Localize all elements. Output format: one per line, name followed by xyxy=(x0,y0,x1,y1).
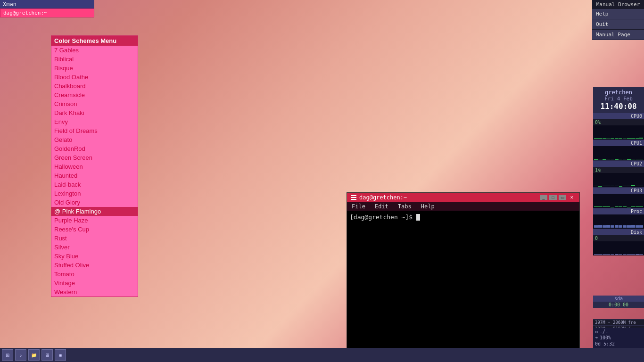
color-menu-item[interactable]: Envy xyxy=(51,117,138,126)
xman-input[interactable]: dag@gretchen:~ xyxy=(0,8,94,17)
terminal-minimize-button[interactable]: _ xyxy=(540,195,547,200)
color-menu-item[interactable]: Sky Blue xyxy=(51,252,138,261)
terminal-controls: _ □ ▭ ✕ xyxy=(540,195,576,200)
terminal-title-text: dag@gretchen:~ xyxy=(351,194,407,201)
terminal-cursor xyxy=(416,214,420,221)
netstat-value1: -/- xyxy=(600,329,608,334)
manual-browser-button[interactable]: Help xyxy=(592,9,644,19)
terminal-menu-file[interactable]: File xyxy=(347,202,370,211)
manual-browser-button[interactable]: Quit xyxy=(592,19,644,30)
color-menu-item[interactable]: Bisque xyxy=(51,64,138,73)
cpu2-graph xyxy=(593,173,644,187)
color-menu-item[interactable]: Western xyxy=(51,288,138,296)
terminal-menu-edit[interactable]: Edit xyxy=(370,202,393,211)
terminal-menubar: File Edit Tabs Help xyxy=(347,202,579,211)
color-menu-item[interactable]: Vintage xyxy=(51,279,138,288)
color-menu-item[interactable]: Green Screen xyxy=(51,153,138,162)
terminal-body[interactable]: [dag@gretchen ~]$ xyxy=(347,211,579,356)
terminal-menu-help[interactable]: Help xyxy=(416,202,439,211)
cpu3-label: CPU3 xyxy=(593,187,644,194)
color-menu-item[interactable]: Chalkboard xyxy=(51,82,138,90)
color-menu-header: Color Schemes Menu xyxy=(51,36,138,46)
color-menu-item[interactable]: Creamsicle xyxy=(51,90,138,99)
color-menu-item[interactable]: Stuffed Olive xyxy=(51,261,138,270)
cpu1-graph xyxy=(593,146,644,160)
color-menu-item[interactable]: Purple Haze xyxy=(51,216,138,225)
color-menu-item[interactable]: Dark Khaki xyxy=(51,108,138,117)
color-menu-item[interactable]: Lexington xyxy=(51,189,138,198)
color-menu-item[interactable]: Biblical xyxy=(51,55,138,64)
color-menu-item[interactable]: Crimson xyxy=(51,99,138,108)
arrow-icon: ➜ xyxy=(595,335,598,340)
clock-widget: gretchen Fri 4 Feb 11:40:08 xyxy=(593,87,644,113)
cpu0-label: CPU0 xyxy=(593,113,644,119)
color-menu-item[interactable]: Laid-back xyxy=(51,180,138,189)
clock-day-label: Fri xyxy=(604,96,614,102)
proc-label: Proc xyxy=(593,208,644,214)
cpu0-bar xyxy=(594,138,598,139)
terminal-title: dag@gretchen:~ xyxy=(359,194,407,201)
color-menu-item[interactable]: Silver xyxy=(51,243,138,252)
cpu2-label: CPU2 xyxy=(593,160,644,167)
network-status: ✉ -/- ➜ 100% 0d 5:32 xyxy=(593,328,644,348)
taskbar-app-button-3[interactable]: 📁 xyxy=(28,349,40,361)
taskbar-app-button-5[interactable]: ■ xyxy=(55,349,66,361)
cpu1-label: CPU1 xyxy=(593,140,644,146)
disk-value: 0 xyxy=(593,235,644,241)
terminal-close-button[interactable]: ✕ xyxy=(568,195,576,200)
terminal-prompt: [dag@gretchen ~]$ xyxy=(350,214,416,221)
clock-username: gretchen xyxy=(594,89,643,96)
clock-date: Fri 4 Feb xyxy=(594,96,643,102)
clock-day-num: 4 xyxy=(617,96,620,102)
taskbar-app-button-2[interactable]: ♪ xyxy=(15,349,26,361)
cpu0-graph xyxy=(593,125,644,140)
disk-graph xyxy=(593,241,644,255)
color-menu-item[interactable]: Tomato xyxy=(51,270,138,279)
color-menu-item[interactable]: 7 Gables xyxy=(51,46,138,55)
color-menu-item[interactable]: Reese's Cup xyxy=(51,225,138,234)
cpu3-graph xyxy=(593,194,644,208)
sda-widget: sda 0:00 00 xyxy=(593,296,644,308)
terminal-maximize-button[interactable]: □ xyxy=(549,195,557,200)
email-icon: ✉ xyxy=(595,329,598,334)
color-menu-item[interactable]: Rust xyxy=(51,234,138,243)
manual-browser-title: Manual Browser xyxy=(592,0,644,9)
color-menu-item[interactable]: Blood Oathe xyxy=(51,73,138,82)
manual-browser-buttons: HelpQuitManual Page xyxy=(592,9,644,40)
terminal-menu-tabs[interactable]: Tabs xyxy=(393,202,416,211)
taskbar-app-button-4[interactable]: 🖥 xyxy=(41,349,53,361)
netstat-row1: ✉ -/- xyxy=(595,329,642,335)
color-schemes-menu: Color Schemes Menu 7 GablesBiblicalBisqu… xyxy=(51,35,138,297)
netstat-row2: ➜ 100% xyxy=(595,335,642,341)
color-menu-item[interactable]: Halloween xyxy=(51,162,138,171)
clock-month: Feb xyxy=(623,96,633,102)
system-monitor: CPU0 0% CPU1 CPU2 1% xyxy=(593,113,644,255)
xman-title: Xman xyxy=(0,0,94,8)
color-menu-item[interactable]: @ Pink Flamingo xyxy=(51,207,138,216)
netstat-percent: 100% xyxy=(600,335,611,340)
color-menu-item[interactable]: Haunted xyxy=(51,171,138,180)
terminal-titlebar: dag@gretchen:~ _ □ ▭ ✕ xyxy=(347,193,579,202)
color-menu-item[interactable]: Gelato xyxy=(51,135,138,144)
terminal-fullscreen-button[interactable]: ▭ xyxy=(559,195,566,200)
netstat-row3: 0d 5:32 xyxy=(595,341,642,347)
proc-graph xyxy=(593,214,644,229)
taskbar: ⊞ ♪ 📁 🖥 ■ xyxy=(0,348,644,362)
sda-value: 0:00 00 xyxy=(593,302,644,308)
cpu0-value: 0% xyxy=(593,119,644,125)
color-menu-item[interactable]: Field of Dreams xyxy=(51,126,138,135)
terminal-window: dag@gretchen:~ _ □ ▭ ✕ File Edit Tabs He… xyxy=(347,192,580,362)
color-menu-item[interactable]: Old Glory xyxy=(51,198,138,207)
netstat-uptime: 0d 5:32 xyxy=(595,341,615,346)
xman-window: Xman dag@gretchen:~ xyxy=(0,0,94,17)
taskbar-app-button-1[interactable]: ⊞ xyxy=(2,349,13,361)
color-menu-items: 7 GablesBiblicalBisqueBlood OatheChalkbo… xyxy=(51,46,138,296)
sda-label: sda xyxy=(593,296,644,302)
manual-browser-panel: Manual Browser HelpQuitManual Page xyxy=(592,0,644,40)
color-menu-item[interactable]: GoldenRod xyxy=(51,144,138,153)
disk-label: Disk xyxy=(593,229,644,235)
terminal-menu-icon xyxy=(351,195,356,200)
memory-row1: 397M - 2860M fre xyxy=(593,319,644,325)
manual-browser-button[interactable]: Manual Page xyxy=(592,30,644,40)
cpu2-value: 1% xyxy=(593,167,644,173)
